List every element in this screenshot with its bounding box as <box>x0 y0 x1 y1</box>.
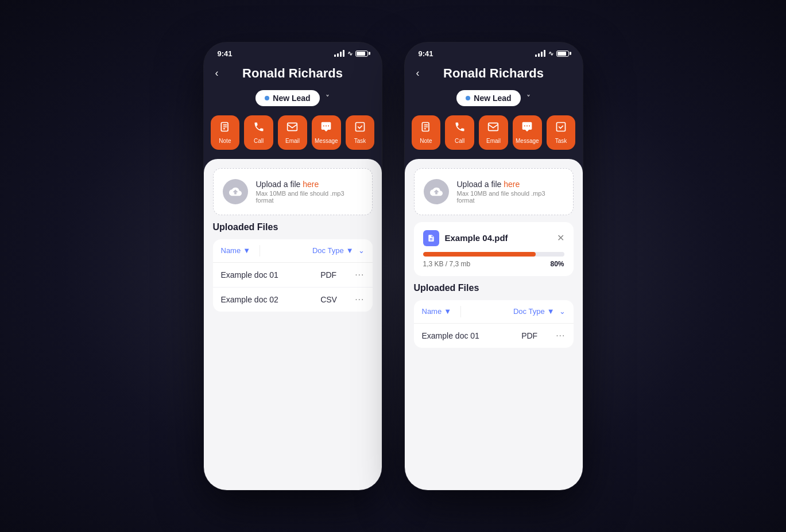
note-icon-right <box>420 121 432 135</box>
header-left: ‹ Ronald Richards <box>204 61 382 88</box>
progress-bar-fill-right <box>423 252 536 257</box>
call-button-right[interactable]: Call <box>445 115 474 150</box>
col-divider-left <box>260 245 260 257</box>
doctype-col-label-right: Doc Type <box>513 307 545 316</box>
status-label-right: New Lead <box>474 94 511 103</box>
row-more-left-0[interactable]: ··· <box>355 270 364 280</box>
upload-area-left[interactable]: Upload a file here Max 10MB and file sho… <box>213 168 373 215</box>
status-bar-left: 9:41 ∿ <box>204 42 382 61</box>
doctype-column-header-left[interactable]: Doc Type ▼ ⌄ <box>312 246 365 255</box>
call-label-right: Call <box>455 138 464 144</box>
files-table-right: Name ▼ Doc Type ▼ ⌄ Example doc 01 <box>414 300 574 348</box>
status-dot-right <box>466 96 470 100</box>
table-row-left-1: Example doc 02 CSV ··· <box>213 288 373 312</box>
status-label-left: New Lead <box>273 94 310 103</box>
doctype-col-chevron-right: ⌄ <box>559 307 566 316</box>
upload-progress-card-right: Example 04.pdf ✕ 1,3 KB / 7,3 mb 80% <box>414 222 574 276</box>
progress-percent-right: 80% <box>550 260 564 268</box>
status-badge-right[interactable]: New Lead <box>456 90 520 106</box>
row-type-left-1: CSV <box>320 295 355 304</box>
note-label-right: Note <box>420 138 432 144</box>
email-icon-left <box>286 121 298 135</box>
status-icons-right: ∿ <box>535 50 569 57</box>
page-title-right: Ronald Richards <box>443 66 544 81</box>
file-name-right: Example 04.pdf <box>445 233 508 243</box>
call-icon-left <box>253 121 265 135</box>
upload-main-text-left: Upload a file <box>256 180 303 189</box>
name-col-caret-left: ▼ <box>243 246 250 255</box>
time-left: 9:41 <box>218 49 233 58</box>
actions-row-right: Note Call <box>405 115 583 159</box>
close-upload-button-right[interactable]: ✕ <box>557 232 564 243</box>
message-icon-left <box>320 121 332 135</box>
row-more-right-0[interactable]: ··· <box>556 331 565 341</box>
upload-progress-left-right: Example 04.pdf <box>423 230 508 246</box>
task-icon-right <box>555 121 567 135</box>
message-label-left: Message <box>315 138 338 144</box>
status-bar-right: 9:41 ∿ <box>405 42 583 61</box>
signal-icon-left <box>334 50 344 57</box>
header-right: ‹ Ronald Richards <box>405 61 583 88</box>
actions-row-left: Note Call <box>204 115 382 159</box>
upload-icon-left <box>223 179 248 204</box>
row-more-left-1[interactable]: ··· <box>355 294 364 305</box>
status-icons-left: ∿ <box>334 50 368 57</box>
file-icon-right <box>423 230 439 246</box>
doctype-col-caret-left: ▼ <box>346 246 354 255</box>
upload-area-right[interactable]: Upload a file here Max 10MB and file sho… <box>414 168 574 215</box>
upload-text-left: Upload a file here Max 10MB and file sho… <box>256 180 363 204</box>
task-icon-left <box>354 121 366 135</box>
svg-rect-4 <box>288 123 297 130</box>
wifi-icon-left: ∿ <box>347 50 353 57</box>
call-button-left[interactable]: Call <box>244 115 273 150</box>
name-column-header-right[interactable]: Name ▼ <box>422 307 452 316</box>
table-header-left: Name ▼ Doc Type ▼ ⌄ <box>213 239 373 263</box>
svg-rect-5 <box>356 122 365 131</box>
row-name-left-0: Example doc 01 <box>221 270 321 279</box>
time-right: 9:41 <box>419 49 433 58</box>
doctype-col-caret-right: ▼ <box>547 307 555 316</box>
call-label-left: Call <box>254 138 264 144</box>
message-icon-right <box>521 121 533 135</box>
battery-icon-left <box>355 51 368 57</box>
note-button-left[interactable]: Note <box>211 115 240 150</box>
upload-progress-header-right: Example 04.pdf ✕ <box>423 230 564 246</box>
uploaded-files-title-left: Uploaded Files <box>213 222 373 232</box>
row-name-right-0: Example doc 01 <box>422 331 522 340</box>
task-button-left[interactable]: Task <box>346 115 375 150</box>
name-column-header-left[interactable]: Name ▼ <box>221 246 251 255</box>
content-left: Upload a file here Max 10MB and file sho… <box>204 159 382 490</box>
wifi-icon-right: ∿ <box>548 50 553 57</box>
message-button-left[interactable]: Message <box>312 115 341 150</box>
status-dropdown-right[interactable]: ˅ <box>526 94 531 103</box>
upload-icon-right <box>424 179 449 204</box>
note-label-left: Note <box>219 138 231 144</box>
email-button-right[interactable]: Email <box>479 115 508 150</box>
progress-bar-bg-right <box>423 252 564 257</box>
upload-text-right: Upload a file here Max 10MB and file sho… <box>457 180 564 204</box>
note-button-right[interactable]: Note <box>412 115 441 150</box>
task-label-left: Task <box>354 138 366 144</box>
upload-sub-text-left: Max 10MB and file should .mp3 format <box>256 190 363 204</box>
status-dropdown-left[interactable]: ˅ <box>326 94 330 103</box>
doctype-column-header-right[interactable]: Doc Type ▼ ⌄ <box>513 307 566 316</box>
back-button-left[interactable]: ‹ <box>215 67 219 79</box>
battery-icon-right <box>556 51 569 57</box>
col-divider-right <box>460 306 461 317</box>
progress-info-right: 1,3 KB / 7,3 mb 80% <box>423 260 564 268</box>
name-col-label-left: Name <box>221 246 241 255</box>
note-icon-left <box>219 121 231 135</box>
email-button-left[interactable]: Email <box>278 115 307 150</box>
upload-sub-text-right: Max 10MB and file should .mp3 format <box>457 190 564 204</box>
status-badge-left[interactable]: New Lead <box>255 90 319 106</box>
back-button-right[interactable]: ‹ <box>416 67 420 79</box>
message-button-right[interactable]: Message <box>513 115 542 150</box>
email-label-left: Email <box>285 138 300 144</box>
row-type-left-0: PDF <box>320 270 355 279</box>
page-title-left: Ronald Richards <box>242 66 343 81</box>
status-row-left: New Lead ˅ <box>204 88 382 115</box>
phone-left: 9:41 ∿ ‹ Ronald Richards <box>204 42 382 490</box>
task-button-right[interactable]: Task <box>547 115 576 150</box>
progress-size-right: 1,3 KB / 7,3 mb <box>423 260 471 268</box>
email-icon-right <box>487 121 499 135</box>
